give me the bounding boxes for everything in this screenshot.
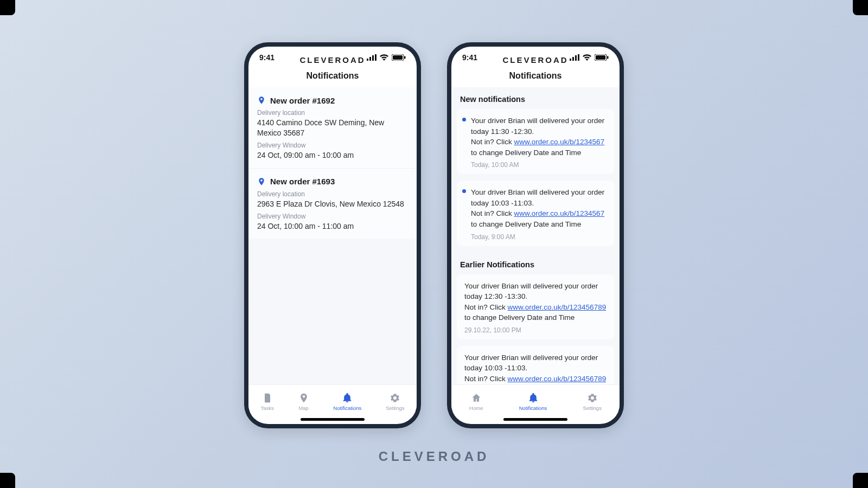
nav-label: Home (469, 405, 483, 411)
nav-label: Settings (583, 405, 602, 411)
brand: CLEVEROAD (451, 55, 620, 65)
notif-suffix: to change Delivery Date and Time (471, 220, 581, 228)
notif-link[interactable]: www.order.co.uk/b/123456789 (508, 303, 607, 311)
nav-settings[interactable]: Settings (580, 390, 605, 413)
notif-link[interactable]: www.order.co.uk/b/1234567 (514, 209, 605, 217)
notification-text: Your driver Brian will delivered your or… (464, 281, 607, 323)
nav-label: Tasks (260, 405, 273, 411)
nav-notifications[interactable]: Notifications (516, 390, 551, 413)
home-indicator (301, 418, 365, 421)
notif-line1: Your driver Brian will delivered your or… (464, 354, 598, 373)
label-delivery-location: Delivery location (257, 190, 408, 198)
bell-icon (342, 393, 353, 403)
pin-icon (257, 176, 266, 187)
order-card[interactable]: New order #1692 Delivery location 4140 C… (248, 87, 417, 168)
nav-label: Settings (386, 405, 404, 411)
decor-corner (0, 473, 15, 488)
phone-left: 9:41 CLEVEROAD Notifications New order #… (244, 42, 421, 428)
nav-map[interactable]: Map (295, 390, 312, 413)
notification-item[interactable]: Your driver Brian will delivered your or… (457, 181, 614, 246)
nav-label: Notifications (334, 405, 362, 411)
map-pin-icon (298, 393, 309, 403)
notif-line1: Your driver Brian will delivered your or… (464, 282, 598, 301)
home-icon (471, 393, 482, 403)
notification-text: Your driver Brian will delivered your or… (471, 187, 607, 229)
gear-icon (390, 393, 400, 403)
section-earlier-header: Earlier Notifications (451, 253, 620, 274)
brand: CLEVEROAD (248, 55, 417, 65)
order-title: New order #1692 (270, 96, 335, 105)
nav-notifications[interactable]: Notifications (330, 390, 365, 413)
page-title: Notifications (451, 71, 620, 87)
label-delivery-location: Delivery location (257, 109, 408, 117)
notification-timestamp: Today, 9:00 AM (471, 233, 607, 241)
decor-corner (853, 473, 868, 488)
notif-prefix: Not in? Click (471, 209, 514, 217)
order-window: 24 Oct, 09:00 am - 10:00 am (257, 150, 408, 160)
content-right: New notifications Your driver Brian will… (451, 87, 620, 384)
notification-item[interactable]: Your driver Brian will delivered your or… (457, 109, 614, 174)
home-indicator (503, 418, 567, 421)
section-new-header: New notifications (451, 87, 620, 109)
content-left: New order #1692 Delivery location 4140 C… (248, 87, 417, 384)
notification-timestamp: 29.10.22, 10:00 PM (464, 326, 607, 334)
page-title: Notifications (248, 71, 417, 87)
notification-item[interactable]: Your driver Brian will delivered your or… (457, 346, 614, 384)
notif-link[interactable]: www.order.co.uk/b/123456789 (508, 375, 607, 383)
phone-right: 9:41 CLEVEROAD Notifications New notific… (447, 42, 624, 428)
nav-home[interactable]: Home (466, 390, 486, 413)
notification-timestamp: Today, 10:00 AM (471, 161, 607, 169)
notification-text: Your driver Brian will delivered your or… (464, 352, 607, 384)
order-location: 2963 E Plaza Dr Clovis, New Mexico 12548 (257, 199, 408, 209)
tasks-icon (262, 393, 273, 403)
order-location: 4140 Camino Doce SW Deming, New Mexico 3… (257, 118, 408, 138)
footer-brand: CLEVEROAD (379, 449, 490, 464)
notif-suffix: to change Delivery Date and Time (471, 149, 581, 157)
label-delivery-window: Delivery Window (257, 213, 408, 220)
notification-text: Your driver Brian will delivered your or… (471, 115, 607, 158)
notif-suffix: to change Delivery Date and Time (464, 313, 575, 322)
bell-icon (528, 393, 539, 403)
notif-prefix: Not in? Click (464, 303, 508, 311)
nav-tasks[interactable]: Tasks (257, 390, 277, 413)
nav-settings[interactable]: Settings (382, 390, 407, 413)
bottom-nav-right: Home Notifications Settings (451, 384, 620, 418)
nav-label: Map (298, 405, 308, 411)
pin-icon (257, 95, 266, 106)
screen-right: 9:41 CLEVEROAD Notifications New notific… (451, 47, 620, 424)
notif-line1: Your driver Brian will delivered your or… (471, 188, 604, 207)
notif-link[interactable]: www.order.co.uk/b/1234567 (514, 138, 605, 146)
label-delivery-window: Delivery Window (257, 142, 408, 149)
notification-item[interactable]: Your driver Brian will delivered your or… (457, 274, 614, 339)
nav-label: Notifications (519, 405, 547, 411)
gear-icon (587, 393, 598, 403)
screen-left: 9:41 CLEVEROAD Notifications New order #… (248, 47, 417, 424)
notif-prefix: Not in? Click (471, 138, 514, 146)
order-window: 24 Oct, 10:00 am - 11:00 am (257, 221, 408, 232)
order-title: New order #1693 (270, 177, 335, 186)
notif-prefix: Not in? Click (464, 375, 508, 383)
notif-line1: Your driver Brian will delivered your or… (471, 117, 604, 136)
bottom-nav-left: Tasks Map Notifications Settings (248, 384, 417, 418)
order-card[interactable]: New order #1693 Delivery location 2963 E… (248, 168, 417, 239)
